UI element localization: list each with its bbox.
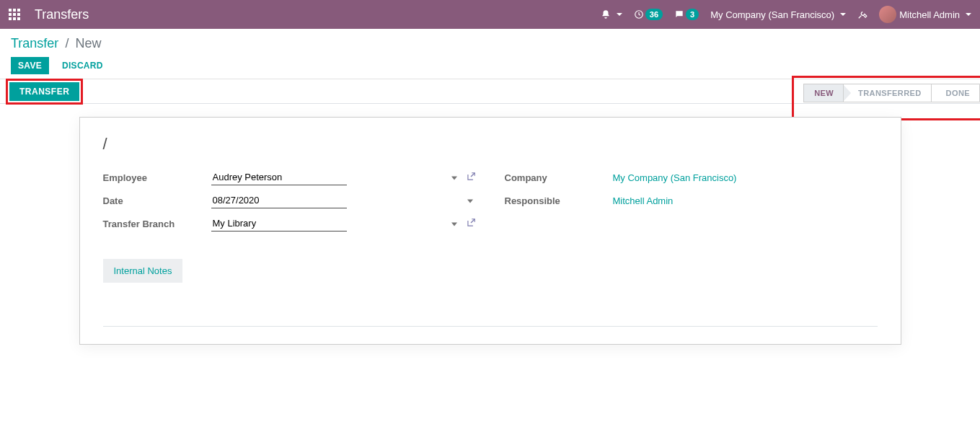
- chat-icon: [674, 9, 684, 19]
- app-title: Transfers: [35, 7, 89, 22]
- apps-icon[interactable]: [9, 9, 20, 20]
- responsible-value[interactable]: Mitchell Admin: [613, 195, 674, 206]
- form-sheet: / Employee Date Transfer Branch: [79, 117, 901, 345]
- control-bar: Transfer / New Save Discard: [0, 29, 980, 79]
- messages-badge: 3: [686, 9, 699, 20]
- branch-external-link[interactable]: [466, 218, 476, 230]
- action-bar: Transfer New Transferred Done: [0, 79, 980, 104]
- label-responsible: Responsible: [505, 195, 613, 206]
- discard-button[interactable]: Discard: [55, 57, 110, 74]
- user-menu[interactable]: Mitchell Admin: [879, 6, 971, 23]
- messages-button[interactable]: 3: [674, 9, 699, 20]
- status-new[interactable]: New: [803, 84, 844, 102]
- settings-button[interactable]: [857, 9, 868, 19]
- highlight-status: New Transferred Done: [792, 76, 980, 120]
- clock-icon: [634, 9, 644, 19]
- company-switcher[interactable]: My Company (San Francisco): [710, 9, 846, 20]
- user-name: Mitchell Admin: [899, 9, 960, 20]
- tabs: Internal Notes: [103, 259, 878, 283]
- external-link-icon: [466, 172, 476, 182]
- status-transferred[interactable]: Transferred: [843, 84, 932, 102]
- status-bar: New Transferred Done: [804, 84, 980, 102]
- external-link-icon: [466, 218, 476, 228]
- activities-button[interactable]: 36: [634, 9, 663, 20]
- label-employee: Employee: [103, 172, 211, 183]
- label-company: Company: [505, 172, 613, 183]
- record-title: /: [103, 135, 878, 154]
- company-value[interactable]: My Company (San Francisco): [613, 172, 737, 183]
- branch-field[interactable]: [211, 216, 347, 232]
- tab-internal-notes[interactable]: Internal Notes: [103, 259, 183, 283]
- breadcrumb-root[interactable]: Transfer: [11, 36, 58, 50]
- activities-badge: 36: [645, 9, 663, 20]
- notifications-button[interactable]: [601, 9, 622, 19]
- highlight-transfer: Transfer: [6, 79, 83, 105]
- date-field[interactable]: [211, 193, 347, 208]
- transfer-button[interactable]: Transfer: [9, 82, 79, 101]
- divider: [103, 326, 878, 327]
- bell-icon: [601, 9, 611, 19]
- tools-icon: [857, 9, 868, 19]
- topbar: Transfers 36 3 My Company (San Francisco…: [0, 0, 980, 29]
- breadcrumb-current: New: [75, 36, 101, 50]
- avatar: [879, 6, 896, 23]
- save-button[interactable]: Save: [11, 57, 49, 74]
- company-name: My Company (San Francisco): [710, 9, 834, 20]
- label-branch: Transfer Branch: [103, 219, 211, 229]
- employee-external-link[interactable]: [466, 172, 476, 184]
- breadcrumb-sep: /: [65, 36, 69, 50]
- employee-field[interactable]: [211, 169, 347, 185]
- label-date: Date: [103, 195, 211, 206]
- breadcrumb: Transfer / New: [11, 36, 969, 51]
